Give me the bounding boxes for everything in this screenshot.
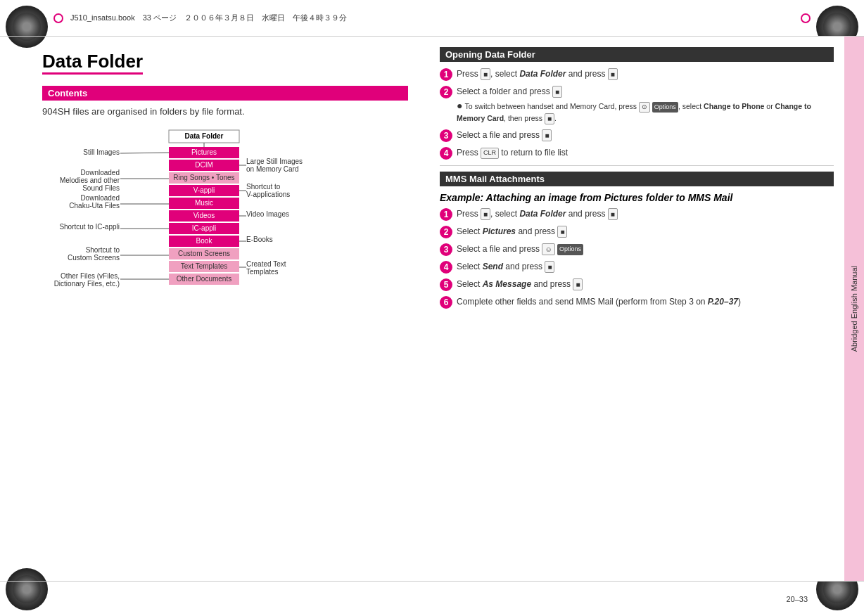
svg-text:DCIM: DCIM [195,161,213,169]
mms-step-5: 5 Select As Message and press ■ [440,278,834,291]
mms-step-4: 4 Select Send and press ■ [440,260,834,274]
svg-text:Book: Book [196,237,213,245]
mms-step-1: 1 Press ■, select Data Folder and press … [440,207,834,221]
svg-text:Other Files (vFiles,: Other Files (vFiles, [61,272,120,280]
right-sidebar: Abridged English Manual [844,37,864,581]
step-num-2: 2 [440,86,452,98]
svg-text:Other Documents: Other Documents [177,275,231,283]
svg-text:V-appli: V-appli [193,186,215,194]
mms-step-num-1: 1 [440,208,452,221]
contents-header: Contents [42,86,408,101]
step-text-1: Press ■, select Data Folder and press ■ [457,68,618,80]
svg-text:Shortcut to IC-appli: Shortcut to IC-appli [59,223,120,231]
mms-step-3: 3 Select a file and press ☺ Options [440,243,834,256]
mms-step-num-6: 6 [440,296,452,309]
svg-text:Dictionary Files, etc.): Dictionary Files, etc.) [54,280,120,288]
svg-text:V-applications: V-applications [246,191,290,198]
mms-step-2: 2 Select Pictures and press ■ [440,225,834,238]
svg-text:Custom Screens: Custom Screens [178,250,230,257]
step-num-4: 4 [440,147,452,160]
mms-subtitle: Example: Attaching an image from Picture… [440,192,834,203]
top-bar-circle-right [801,13,811,23]
mms-step-num-3: 3 [440,243,452,256]
svg-text:Video Images: Video Images [246,210,289,218]
mms-step-num-5: 5 [440,278,452,291]
mms-header-box: MMS Mail Attachments [440,172,834,186]
bottom-bar: 20–33 [0,581,864,616]
opening-step-2: 2 Select a folder and press ■ ●To switch… [440,85,834,124]
section-divider [440,165,834,166]
svg-text:Shortcut to: Shortcut to [246,183,281,191]
right-panel: Opening Data Folder 1 Press ■, select Da… [429,37,844,581]
bottom-page-num: 20–33 [786,595,808,603]
mms-step-6: 6 Complete other fields and send MMS Mai… [440,295,834,309]
svg-text:Downloaded: Downloaded [80,194,120,202]
mms-step-text-4: Select Send and press ■ [457,260,554,273]
folder-diagram: Data Folder Pictures DCIM Ring Songs • T… [49,125,401,352]
svg-text:Videos: Videos [193,212,215,219]
sidebar-label: Abridged English Manual [850,266,858,352]
mms-step-text-6: Complete other fields and send MMS Mail … [457,295,741,308]
diagram-svg: Data Folder Pictures DCIM Ring Songs • T… [49,125,387,350]
svg-text:Shortcut to: Shortcut to [86,246,120,254]
page-title: Data Folder [42,51,143,75]
opening-step-3: 3 Select a file and press ■ [440,129,834,142]
svg-text:Templates: Templates [246,268,279,276]
svg-text:Custom Screens: Custom Screens [68,254,120,262]
svg-text:Melodies and other: Melodies and other [60,177,120,184]
svg-text:Chaku-Uta Files: Chaku-Uta Files [69,202,120,210]
svg-text:Downloaded: Downloaded [80,169,120,177]
mms-step-text-2: Select Pictures and press ■ [457,225,567,238]
svg-text:Large Still Images: Large Still Images [246,158,303,165]
svg-text:E-Books: E-Books [246,236,273,243]
contents-body: 904SH files are organised in folders by … [42,106,408,117]
top-bar-text: J510_insatsu.book 33 ページ ２００６年３月８日 水曜日 午… [70,13,347,23]
svg-text:Ring Songs • Tones: Ring Songs • Tones [173,174,234,181]
svg-text:Pictures: Pictures [191,148,217,156]
opening-header-text: Opening Data Folder [445,49,535,60]
main-content: Data Folder Contents 904SH files are org… [0,37,429,581]
mms-step-text-1: Press ■, select Data Folder and press ■ [457,207,618,220]
step-text-3: Select a file and press ■ [457,129,552,141]
svg-text:Text Templates: Text Templates [181,262,228,270]
top-bar: J510_insatsu.book 33 ページ ２００６年３月８日 水曜日 午… [0,0,864,37]
opening-header: Opening Data Folder [440,47,834,62]
opening-step-1: 1 Press ■, select Data Folder and press … [440,68,834,81]
step-text-2: Select a folder and press ■ ●To switch b… [457,85,834,124]
opening-step-4: 4 Press CLR to return to file list [440,146,834,160]
mms-step-num-4: 4 [440,261,452,274]
svg-text:Music: Music [195,199,213,207]
svg-text:on Memory Card: on Memory Card [246,165,298,173]
mms-header-text: MMS Mail Attachments [445,174,545,184]
step-text-4: Press CLR to return to file list [457,146,568,159]
svg-text:Still Images: Still Images [83,148,120,156]
svg-line-26 [120,153,169,153]
step-num-3: 3 [440,129,452,142]
mms-step-text-5: Select As Message and press ■ [457,278,583,290]
svg-text:Sound Files: Sound Files [82,184,120,192]
svg-text:IC-appli: IC-appli [192,224,216,232]
svg-text:Data Folder: Data Folder [184,132,223,140]
svg-text:Created Text: Created Text [246,260,286,268]
mms-step-text-3: Select a file and press ☺ Options [457,243,583,255]
mms-step-num-2: 2 [440,226,452,238]
step-num-1: 1 [440,68,452,81]
top-bar-circle-left [53,13,63,23]
